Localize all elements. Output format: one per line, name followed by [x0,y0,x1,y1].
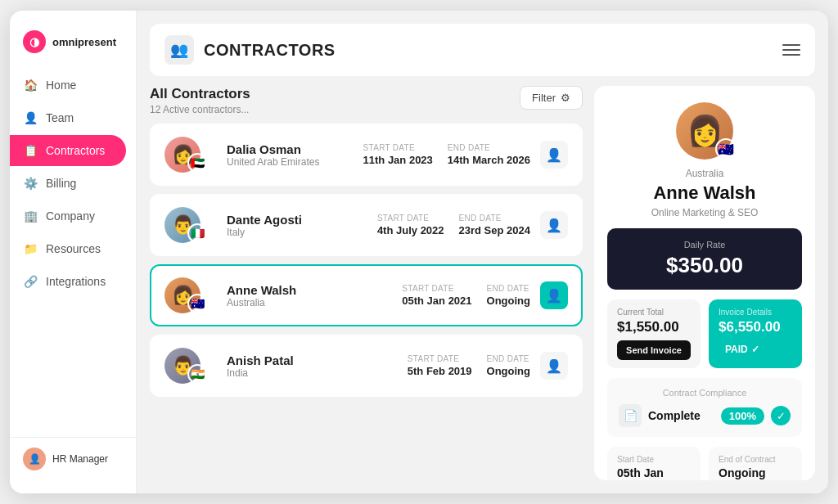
contractor-name-dante: Dante Agosti [227,213,367,227]
contractor-card-anish[interactable]: 👨 🇮🇳 Anish Patal India Start Date 5th Fe… [150,335,583,397]
end-label-dante: End Date [459,214,530,223]
flag-dante: 🇮🇹 [187,223,207,243]
sidebar-item-company[interactable]: 🏢 Company [10,200,136,232]
contractor-avatars-dalia: 👩 🇦🇪 [164,137,217,173]
contractor-avatars-dante: 👨 🇮🇹 [164,207,217,243]
date-group-anish: Start Date 5th Feb 2019 End Date Ongoing [408,354,530,377]
list-subtitle: 12 Active contractors... [150,104,250,115]
detail-avatar-wrap: 👩 🇦🇺 [676,102,733,160]
invoice-details-value: $6,550.00 [719,319,792,335]
filter-icon: ⚙ [561,92,570,104]
contractors-panel: All Contractors 12 Active contractors...… [150,86,583,480]
contractor-avatars-anish: 👨 🇮🇳 [164,348,217,384]
flag-anish: 🇮🇳 [187,364,207,384]
sidebar-item-company-label: Company [46,209,95,223]
send-invoice-button[interactable]: Send Invoice [617,340,691,360]
contractor-info-anne: Anne Walsh Australia [227,283,392,308]
sidebar-item-home-label: Home [46,79,76,92]
flag-anne: 🇦🇺 [187,294,207,313]
end-date-anish: End Date Ongoing [487,354,530,377]
list-title-group: All Contractors 12 Active contractors... [150,86,250,115]
rate-label: Daily Rate [620,240,789,250]
sidebar-item-home[interactable]: 🏠 Home [10,70,136,101]
invoice-details-box: Invoice Details $6,550.00 PAID ✓ [709,299,802,368]
contract-end-box: End of Contract Ongoing [709,447,802,480]
contractors-icon: 📋 [23,143,38,158]
contract-start-label: Start Date [617,455,691,464]
sidebar-nav: 🏠 Home 👤 Team 📋 Contractors ⚙️ Billing 🏢… [10,70,136,437]
contractor-name-anish: Anish Patal [227,353,398,367]
contractor-name-dalia: Dalia Osman [227,142,354,156]
compliance-row: 📄 Complete 100% ✓ [619,404,791,427]
flag-dalia: 🇦🇪 [187,153,207,173]
contract-start-value: 05th Jan 2021 [617,466,691,480]
user-label: HR Manager [52,453,108,465]
end-date-dante: End Date 23rd Sep 2024 [459,214,530,236]
start-label-dalia: Start Date [363,143,433,152]
detail-flag: 🇦🇺 [715,138,737,160]
end-label-anish: End Date [487,354,530,363]
billing-icon: ⚙️ [23,176,38,191]
sidebar-item-team[interactable]: 👤 Team [10,102,136,133]
end-value-dalia: 14th March 2026 [448,154,530,166]
end-value-dante: 23rd Sep 2024 [459,224,530,236]
start-date-anish: Start Date 5th Feb 2019 [408,354,472,377]
sidebar-item-integrations[interactable]: 🔗 Integrations [10,266,136,297]
person-icon-dante: 👤 [546,218,562,233]
profile-btn-dante[interactable]: 👤 [540,211,568,239]
list-title: All Contractors [150,86,250,102]
invoice-details-label: Invoice Details [719,308,792,317]
doc-icon: 📄 [619,404,642,427]
logo: ◑ omnipresent [10,24,136,70]
current-total-label: Current Total [617,308,691,317]
end-value-anish: Ongoing [487,365,530,377]
contractor-card-dalia[interactable]: 👩 🇦🇪 Dalia Osman United Arab Emirates St… [150,124,583,186]
filter-button[interactable]: Filter ⚙ [520,86,583,110]
sidebar-item-resources[interactable]: 📁 Resources [10,233,136,264]
paid-badge: PAID ✓ [719,340,766,358]
contractor-card-anne[interactable]: 👩 🇦🇺 Anne Walsh Australia Start Date 05t… [150,264,583,326]
sidebar-item-contractors-label: Contractors [46,144,105,157]
sidebar-item-integrations-label: Integrations [46,275,106,288]
profile-btn-anish[interactable]: 👤 [540,352,568,380]
contractor-country-anish: India [227,367,398,379]
end-date-anne: End Date Ongoing [487,284,530,307]
header-icon: 👥 [164,35,194,65]
menu-line-1 [782,44,800,46]
detail-panel: 👩 🇦🇺 Australia Anne Walsh Online Marketi… [594,86,815,480]
start-value-anish: 5th Feb 2019 [408,365,472,377]
sidebar-item-billing[interactable]: ⚙️ Billing [10,168,136,199]
integrations-icon: 🔗 [23,274,38,289]
compliance-check: ✓ [771,406,791,425]
sidebar-item-contractors[interactable]: 📋 Contractors [10,135,126,166]
sidebar-item-billing-label: Billing [46,177,76,190]
paid-label: PAID [725,344,748,355]
contractor-name-anne: Anne Walsh [227,283,392,297]
start-value-anne: 05th Jan 2021 [402,295,471,307]
logo-text: omnipresent [52,36,116,48]
end-label-dalia: End Date [448,143,530,152]
menu-button[interactable] [782,44,800,56]
profile-btn-anne[interactable]: 👤 [540,281,568,309]
person-icon-anne: 👤 [546,288,562,304]
logo-icon: ◑ [23,30,46,53]
person-icon-anish: 👤 [546,358,562,374]
current-total-value: $1,550.00 [617,319,691,335]
start-label-anne: Start Date [402,284,471,293]
list-header: All Contractors 12 Active contractors...… [150,86,583,115]
contract-end-label: End of Contract [719,455,792,464]
start-date-anne: Start Date 05th Jan 2021 [402,284,471,307]
detail-top: 👩 🇦🇺 Australia Anne Walsh Online Marketi… [607,102,802,218]
content-header: 👥 CONTRACTORS [150,24,815,76]
contractor-card-dante[interactable]: 👨 🇮🇹 Dante Agosti Italy Start Date 4th J… [150,194,583,256]
resources-icon: 📁 [23,241,38,256]
filter-label: Filter [532,92,556,104]
date-group-dante: Start Date 4th July 2022 End Date 23rd S… [377,214,530,236]
detail-name: Anne Walsh [653,182,755,204]
profile-btn-dalia[interactable]: 👤 [540,141,568,169]
start-value-dante: 4th July 2022 [377,224,444,236]
contractor-info-dante: Dante Agosti Italy [227,213,367,238]
user-avatar: 👤 [23,448,46,470]
rate-value: $350.00 [620,253,789,278]
start-date-dalia: Start Date 11th Jan 2023 [363,143,433,166]
